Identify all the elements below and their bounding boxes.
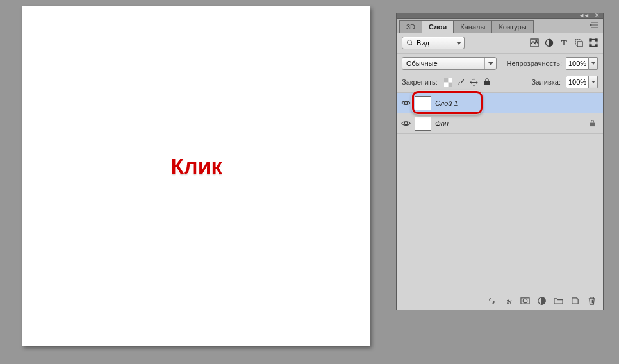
layer-style-icon[interactable]: fx▾ xyxy=(503,296,513,306)
fill-label: Заливка: xyxy=(532,78,561,86)
svg-rect-13 xyxy=(590,45,591,47)
panel-tabs: 3D Слои Каналы Контуры xyxy=(396,18,604,33)
layer-group-icon[interactable] xyxy=(553,296,563,306)
svg-point-24 xyxy=(523,299,527,303)
tab-channels[interactable]: Каналы xyxy=(453,20,492,33)
svg-rect-15 xyxy=(444,78,449,83)
blend-mode-dropdown[interactable]: Обычные xyxy=(402,57,497,70)
svg-point-6 xyxy=(536,40,537,42)
fill-stepper[interactable] xyxy=(589,76,598,88)
svg-point-3 xyxy=(408,40,412,45)
layers-list: Слой 1 Фон xyxy=(397,93,603,292)
layer-thumbnail[interactable] xyxy=(415,117,431,131)
svg-line-4 xyxy=(411,44,413,46)
canvas-click-annotation: Клик xyxy=(170,154,222,179)
filter-smart-icon[interactable] xyxy=(589,38,598,47)
opacity-value[interactable]: 100% xyxy=(566,57,589,70)
panel-topbar: ◄◄ ✕ xyxy=(396,13,604,18)
svg-rect-11 xyxy=(590,39,591,41)
filter-adjustment-icon[interactable] xyxy=(545,38,554,47)
layer-row[interactable]: Фон xyxy=(397,113,603,134)
layer-thumbnail[interactable] xyxy=(415,96,431,110)
filter-pixel-icon[interactable] xyxy=(530,38,539,47)
lock-position-icon[interactable] xyxy=(470,78,479,87)
layers-bottom-toolbar: fx▾ xyxy=(397,292,603,310)
layer-filter-dropdown[interactable]: Вид xyxy=(402,37,465,49)
layer-name[interactable]: Фон xyxy=(435,120,449,128)
svg-rect-17 xyxy=(449,78,453,83)
svg-point-21 xyxy=(404,122,408,125)
tab-layers[interactable]: Слои xyxy=(422,20,454,33)
fill-spinner[interactable]: 100% xyxy=(566,76,598,88)
delete-layer-icon[interactable] xyxy=(586,296,597,306)
lock-pixels-icon[interactable] xyxy=(457,78,466,87)
panel-menu-icon[interactable] xyxy=(590,21,599,29)
svg-rect-18 xyxy=(444,82,449,87)
opacity-stepper[interactable] xyxy=(589,57,598,70)
filter-type-icon[interactable] xyxy=(559,38,568,47)
link-layers-icon[interactable] xyxy=(486,296,497,306)
svg-rect-12 xyxy=(595,39,597,41)
tab-3d[interactable]: 3D xyxy=(399,20,422,33)
search-icon xyxy=(406,39,414,47)
fill-value[interactable]: 100% xyxy=(566,76,589,88)
svg-rect-22 xyxy=(590,122,595,126)
svg-rect-16 xyxy=(449,82,453,87)
svg-rect-9 xyxy=(577,42,582,47)
opacity-label: Непрозрачность: xyxy=(507,60,562,67)
layer-name[interactable]: Слой 1 xyxy=(435,99,458,107)
adjustment-layer-icon[interactable] xyxy=(536,296,547,306)
lock-all-icon[interactable] xyxy=(483,78,491,87)
svg-rect-14 xyxy=(595,45,597,47)
filter-label: Вид xyxy=(417,39,429,47)
lock-label: Закрепить: xyxy=(402,78,438,86)
opacity-spinner[interactable]: 100% xyxy=(566,57,598,70)
visibility-toggle-icon[interactable] xyxy=(400,98,411,108)
lock-transparent-icon[interactable] xyxy=(444,78,453,87)
filter-shape-icon[interactable] xyxy=(574,38,583,47)
layer-row[interactable]: Слой 1 xyxy=(397,93,603,113)
lock-icon xyxy=(589,120,597,128)
tab-paths[interactable]: Контуры xyxy=(491,20,533,33)
new-layer-icon[interactable] xyxy=(570,296,580,306)
canvas[interactable]: Клик xyxy=(22,6,370,346)
layers-panel: ◄◄ ✕ 3D Слои Каналы Контуры Вид xyxy=(396,13,604,310)
visibility-toggle-icon[interactable] xyxy=(400,119,411,129)
svg-point-20 xyxy=(404,101,408,104)
svg-rect-19 xyxy=(484,81,490,85)
layer-mask-icon[interactable] xyxy=(520,296,530,306)
blend-label: Обычные xyxy=(406,60,438,67)
